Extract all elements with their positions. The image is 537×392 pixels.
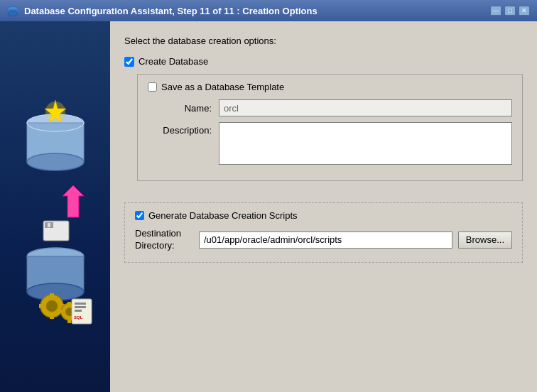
description-textarea[interactable] [219, 122, 512, 165]
svg-rect-26 [60, 310, 63, 313]
minimize-button[interactable]: — [490, 6, 501, 16]
svg-rect-20 [39, 304, 43, 308]
svg-point-8 [45, 102, 65, 121]
svg-point-5 [27, 153, 84, 170]
create-database-label[interactable]: Create Database [139, 56, 208, 67]
generate-scripts-checkbox[interactable] [135, 211, 144, 220]
svg-rect-31 [75, 310, 82, 312]
window-title: Database Configuration Assistant, Step 1… [24, 6, 318, 16]
description-label: Description: [148, 122, 212, 136]
close-button[interactable]: ✕ [519, 6, 530, 16]
browse-button[interactable]: Browse... [458, 232, 512, 249]
main-container: SQL Select the database creation options… [0, 21, 537, 392]
svg-rect-29 [75, 303, 86, 305]
illustration-panel: SQL [0, 21, 110, 392]
svg-rect-12 [48, 223, 50, 227]
save-template-checkbox[interactable] [148, 82, 157, 92]
svg-rect-18 [50, 293, 54, 298]
svg-point-2 [8, 11, 18, 16]
svg-rect-24 [67, 302, 71, 305]
create-database-row: Create Database [124, 56, 523, 67]
destination-dir-row: DestinationDirectory: Browse... [135, 228, 512, 252]
destination-input[interactable] [199, 232, 452, 249]
save-template-row: Save as a Database Template [148, 82, 512, 92]
template-section: Save as a Database Template Name: Descri… [137, 74, 523, 181]
save-template-label[interactable]: Save as a Database Template [161, 82, 284, 92]
svg-point-17 [46, 300, 58, 312]
title-bar: Database Configuration Assistant, Step 1… [0, 0, 537, 21]
maximize-button[interactable]: □ [504, 6, 516, 16]
app-icon [7, 5, 18, 16]
scripts-section: Generate Database Creation Scripts Desti… [124, 202, 523, 263]
svg-rect-25 [67, 320, 71, 323]
name-field-row: Name: [148, 99, 512, 116]
db-illustration: SQL [9, 86, 102, 327]
name-label: Name: [148, 103, 212, 114]
window-controls: — □ ✕ [490, 6, 530, 16]
instruction-label: Select the database creation options: [124, 36, 523, 46]
svg-marker-9 [63, 185, 84, 217]
svg-rect-30 [75, 306, 86, 308]
description-field-row: Description: [148, 122, 512, 165]
create-database-checkbox[interactable] [124, 57, 134, 67]
generate-scripts-row: Generate Database Creation Scripts [135, 210, 512, 221]
right-panel: Select the database creation options: Cr… [110, 21, 537, 392]
name-input[interactable] [219, 99, 512, 116]
svg-rect-19 [50, 315, 54, 319]
destination-label: DestinationDirectory: [135, 228, 192, 252]
generate-scripts-label[interactable]: Generate Database Creation Scripts [148, 210, 298, 221]
svg-text:SQL: SQL [74, 315, 83, 320]
